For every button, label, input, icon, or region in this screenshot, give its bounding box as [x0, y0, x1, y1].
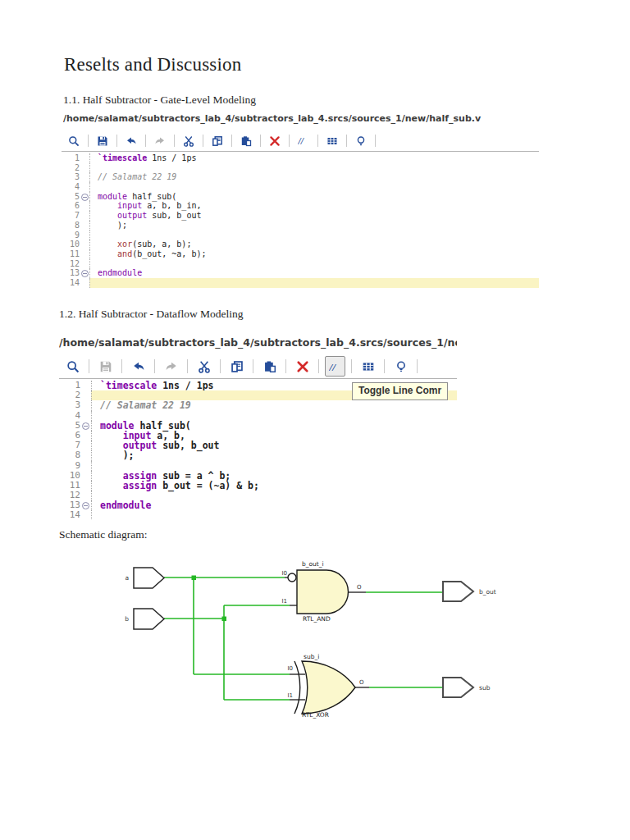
- code-line[interactable]: 1`timescale 1ns / 1ps: [62, 153, 539, 163]
- fold-column: [80, 201, 89, 211]
- cut-icon[interactable]: [194, 356, 214, 377]
- line-number: 5: [62, 192, 80, 202]
- code-text[interactable]: module half_sub(: [89, 192, 539, 202]
- xor-pin-i0: I0: [287, 665, 293, 672]
- search-icon[interactable]: [65, 132, 83, 150]
- toolbar-separator: [187, 359, 188, 373]
- fold-column: [80, 481, 91, 491]
- code-text[interactable]: [89, 163, 539, 173]
- fold-collapse-icon[interactable]: [81, 270, 89, 277]
- code-text[interactable]: );: [91, 450, 457, 460]
- cut-icon[interactable]: [180, 132, 198, 150]
- code-line[interactable]: 11 and(b_out, ~a, b);: [62, 249, 539, 259]
- output-port-b_out: [443, 582, 473, 601]
- code-line[interactable]: 10 xor(sub, a, b);: [62, 240, 539, 249]
- copy-icon[interactable]: [226, 356, 247, 377]
- output-port-sub: [443, 678, 473, 697]
- toolbar-separator: [260, 135, 261, 147]
- fold-column: [80, 441, 91, 450]
- fold-collapse-icon[interactable]: [81, 194, 89, 201]
- toggle-comment-icon[interactable]: //: [294, 132, 313, 150]
- toolbar-separator: [351, 359, 352, 373]
- fold-collapse-icon[interactable]: [82, 502, 89, 509]
- code-line[interactable]: 8 );: [62, 221, 539, 231]
- code-text[interactable]: [91, 510, 457, 520]
- code-text[interactable]: input a, b, b_in,: [89, 201, 539, 211]
- paste-icon[interactable]: [237, 132, 255, 150]
- toolbar-separator: [384, 359, 385, 373]
- code-text[interactable]: // Salamat 22 19: [91, 400, 457, 410]
- save-icon[interactable]: [94, 132, 112, 150]
- undo-icon[interactable]: [128, 356, 148, 377]
- toolbar-separator: [346, 135, 347, 147]
- lightbulb-icon[interactable]: [390, 356, 411, 377]
- code-line[interactable]: 2: [62, 163, 539, 173]
- code-text[interactable]: // Salamat 22 19: [89, 172, 539, 182]
- and-instance-label: b_out_i: [302, 560, 324, 568]
- code-text[interactable]: endmodule: [89, 268, 539, 278]
- lightbulb-icon[interactable]: [352, 132, 370, 150]
- code-text[interactable]: [89, 231, 539, 240]
- columns-icon[interactable]: [358, 356, 378, 377]
- copy-icon[interactable]: [208, 132, 226, 150]
- fold-column: [80, 381, 91, 390]
- toggle-line-comment-tooltip: Toggle Line Comr: [352, 382, 448, 400]
- delete-icon[interactable]: [292, 356, 313, 377]
- line-number: 14: [59, 510, 80, 520]
- and-pin-i0: I0: [281, 570, 287, 577]
- delete-icon[interactable]: [266, 132, 284, 150]
- schematic-diagram: a b b_out sub b_out_i RTL_AND I0 I1 O su…: [121, 551, 550, 728]
- fold-column: [80, 182, 89, 192]
- fold-column: [80, 421, 91, 431]
- code-line[interactable]: 3// Salamat 22 19: [59, 400, 457, 410]
- code-line[interactable]: 6 input a, b, b_in,: [62, 201, 539, 211]
- code-text[interactable]: endmodule: [91, 500, 457, 510]
- fold-column: [80, 259, 89, 269]
- fold-column: [80, 278, 89, 288]
- code-text[interactable]: xor(sub, a, b);: [89, 240, 539, 249]
- code-text[interactable]: [89, 259, 539, 269]
- code-text[interactable]: assign b_out = (~a) & b;: [91, 481, 457, 491]
- code-line[interactable]: 4: [62, 182, 539, 192]
- code-line[interactable]: 5module half_sub(: [62, 192, 539, 202]
- code-text[interactable]: and(b_out, ~a, b);: [89, 249, 539, 259]
- line-number: 7: [62, 211, 80, 221]
- fold-collapse-icon[interactable]: [82, 422, 89, 430]
- code-text[interactable]: `timescale 1ns / 1ps: [89, 153, 539, 163]
- code-line[interactable]: 7 output sub, b_out: [62, 211, 539, 221]
- code-text[interactable]: [89, 278, 539, 288]
- search-icon[interactable]: [62, 356, 83, 377]
- line-number: 12: [62, 259, 80, 269]
- code-text[interactable]: output sub, b_out: [91, 441, 457, 450]
- code-text[interactable]: );: [89, 221, 539, 231]
- code-line[interactable]: 13endmodule: [59, 500, 457, 510]
- redo-icon: [161, 356, 181, 377]
- code-line[interactable]: 3// Salamat 22 19: [62, 172, 539, 182]
- paste-icon[interactable]: [259, 356, 280, 377]
- fold-column: [80, 411, 91, 421]
- svg-text://: //: [329, 360, 336, 372]
- code-line[interactable]: 12: [62, 259, 539, 269]
- toggle-comment-icon[interactable]: //: [325, 356, 345, 377]
- code-line[interactable]: 14: [59, 510, 457, 520]
- code-line[interactable]: 14: [62, 278, 539, 288]
- code-line[interactable]: 8 );: [59, 450, 457, 460]
- undo-icon[interactable]: [122, 132, 140, 150]
- code-line[interactable]: 9: [62, 231, 539, 240]
- section-heading-2: 1.2. Half Subtractor - Dataflow Modeling: [59, 308, 244, 321]
- xor-pin-i1: I1: [287, 692, 293, 699]
- code-text[interactable]: [89, 182, 539, 192]
- columns-icon[interactable]: [323, 132, 341, 150]
- fold-column: [80, 500, 91, 510]
- editor-toolbar: //: [62, 130, 539, 152]
- code-line[interactable]: 11 assign b_out = (~a) & b;: [59, 481, 457, 491]
- fold-column: [80, 431, 91, 441]
- code-text[interactable]: output sub, b_out: [89, 211, 539, 221]
- code-area[interactable]: 1`timescale 1ns / 1ps23// Salamat 22 194…: [62, 152, 539, 288]
- fold-column: [80, 153, 89, 163]
- code-line[interactable]: 13endmodule: [62, 268, 539, 278]
- line-number: 2: [62, 163, 80, 173]
- line-number: 11: [62, 249, 80, 259]
- line-number: 8: [59, 450, 80, 460]
- code-editor-dataflow: // 1`timescale 1ns / 1ps23// Salamat 22 …: [59, 354, 457, 520]
